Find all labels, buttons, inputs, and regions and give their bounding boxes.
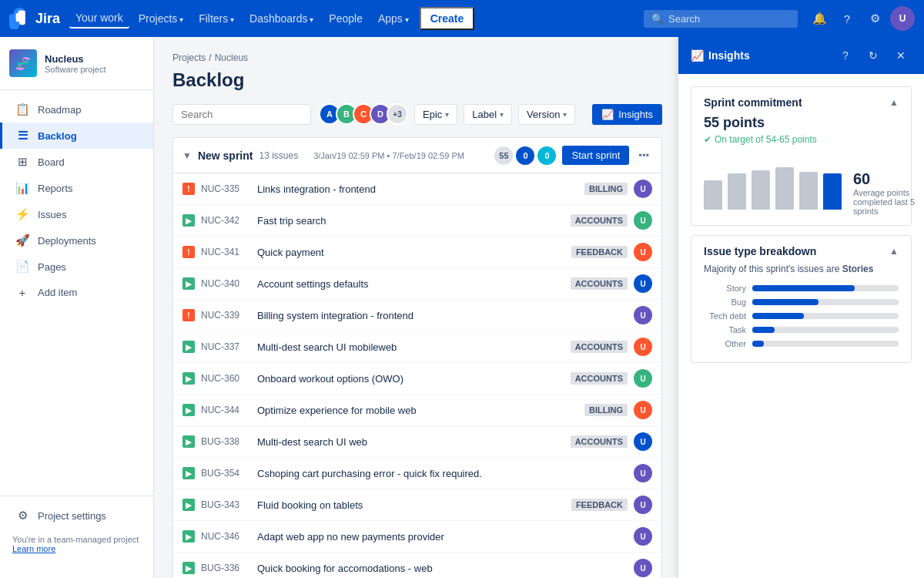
user-avatar[interactable]: U	[890, 6, 915, 31]
breakdown-row: Bug	[704, 297, 899, 307]
search-bar[interactable]: 🔍 Search	[644, 10, 798, 28]
bar-4	[799, 172, 818, 210]
nav-dashboards[interactable]: Dashboards	[243, 9, 320, 28]
settings-button[interactable]: ⚙	[862, 6, 887, 31]
sidebar: 🧬 Nucleus Software project 📋 Roadmap ☰ B…	[0, 37, 154, 578]
issue-row[interactable]: ▶ BUG-354 Cshoping cart purchasing error…	[173, 458, 661, 489]
issue-assignee-avatar: U	[634, 243, 652, 261]
nav-apps[interactable]: Apps	[372, 9, 415, 28]
sidebar-item-backlog[interactable]: ☰ Backlog	[0, 123, 153, 149]
reports-icon: 📊	[15, 181, 30, 195]
sidebar-item-label: Reports	[38, 183, 73, 194]
backlog-search-input[interactable]	[172, 104, 311, 125]
issue-row[interactable]: ▶ BUG-336 Quick booking for accomodation…	[173, 553, 661, 578]
issue-row[interactable]: ▶ NUC-337 Multi-dest search UI mobileweb…	[173, 331, 661, 363]
issue-row[interactable]: ▶ BUG-338 Multi-dest search UI web ACCOU…	[173, 426, 661, 458]
story-type-icon: ▶	[182, 435, 195, 448]
epic-filter[interactable]: Epic ▾	[414, 104, 457, 125]
issue-key: BUG-343	[201, 499, 251, 510]
label-chevron-icon: ▾	[500, 110, 504, 119]
on-target-text: On target of 54-65 points	[715, 134, 817, 145]
start-sprint-button[interactable]: Start sprint	[562, 146, 629, 165]
sprint-dates: 3/Jan/19 02:59 PM • 7/Feb/19 02:59 PM	[313, 151, 464, 160]
help-button[interactable]: ?	[835, 6, 859, 31]
insights-button[interactable]: 📈 Insights	[592, 104, 662, 125]
issue-breakdown-section: Issue type breakdown ▲ Majority of this …	[691, 235, 912, 363]
issue-key: NUC-339	[201, 310, 251, 321]
notifications-button[interactable]: 🔔	[807, 6, 832, 31]
label-filter[interactable]: Label ▾	[464, 104, 512, 125]
insights-toolbar: ? ↻ ✕	[835, 45, 912, 66]
sprint-more-button[interactable]: •••	[635, 150, 652, 161]
issue-row[interactable]: ! NUC-341 Quick payment FEEDBACK U	[173, 237, 661, 268]
issue-row[interactable]: ▶ BUG-343 Fluid booking on tablets FEEDB…	[173, 489, 661, 521]
story-type-icon: ▶	[182, 530, 195, 543]
issue-summary: Multi-dest search UI mobileweb	[257, 341, 564, 353]
sidebar-item-roadmap[interactable]: 📋 Roadmap	[0, 96, 153, 123]
insights-refresh-button[interactable]: ↻	[862, 45, 884, 66]
version-filter[interactable]: Version ▾	[518, 104, 575, 125]
issue-row[interactable]: ▶ NUC-344 Optimize experience for mobile…	[173, 395, 661, 426]
issue-row[interactable]: ! NUC-335 Links integration - frontend B…	[173, 173, 661, 205]
sprint-commitment-expand[interactable]: ▲	[889, 97, 899, 108]
sidebar-item-label: Board	[38, 156, 65, 168]
sprint-commitment-section: Sprint commitment ▲ 55 points ✔ On targe…	[691, 86, 912, 226]
breadcrumb-projects[interactable]: Projects	[172, 52, 206, 63]
issue-assignee-avatar: U	[634, 401, 652, 419]
add-icon: +	[15, 286, 30, 299]
issue-breakdown-expand[interactable]: ▲	[889, 246, 899, 257]
sidebar-footer: You're in a team-managed project Learn m…	[0, 529, 153, 560]
create-button[interactable]: Create	[420, 7, 475, 30]
learn-more-link[interactable]: Learn more	[12, 544, 55, 553]
issue-assignee-avatar: U	[634, 211, 652, 230]
nav-filters[interactable]: Filters	[192, 9, 240, 28]
sprint-collapse-icon[interactable]: ▼	[182, 150, 192, 161]
version-chevron-icon: ▾	[563, 110, 567, 119]
avatar-extra-count[interactable]: +3	[387, 103, 408, 125]
nav-projects[interactable]: Projects	[132, 9, 189, 28]
chart-avg-label: Average points	[853, 188, 924, 197]
sidebar-item-issues[interactable]: ⚡ Issues	[0, 201, 153, 227]
sprint-issue-count: 13 issues	[259, 150, 298, 161]
sidebar-item-pages[interactable]: 📄 Pages	[0, 254, 153, 280]
issue-assignee-avatar: U	[634, 369, 652, 388]
issue-row[interactable]: ▶ NUC-360 Onboard workout options (OWO) …	[173, 363, 661, 395]
breakdown-label: Tech debt	[704, 311, 746, 321]
story-type-icon: ▶	[182, 562, 195, 574]
breakdown-bar-bg	[752, 313, 899, 319]
sidebar-item-deployments[interactable]: 🚀 Deployments	[0, 227, 153, 254]
sidebar-item-board[interactable]: ⊞ Board	[0, 149, 153, 175]
insights-help-button[interactable]: ?	[835, 45, 856, 66]
insights-icon: 📈	[691, 49, 704, 62]
issue-row[interactable]: ▶ NUC-340 Account settings defaults ACCO…	[173, 268, 661, 300]
insights-panel-header: 📈 Insights ? ↻ ✕	[678, 37, 924, 74]
issue-row[interactable]: ! NUC-339 Billing system integration - f…	[173, 300, 661, 331]
breadcrumb-nucleus[interactable]: Nucleus	[215, 52, 248, 63]
epic-chevron-icon: ▾	[445, 110, 449, 119]
issue-summary: Cshoping cart purchasing error - quick f…	[257, 468, 628, 479]
project-name: Nucleus	[45, 53, 105, 65]
app-logo[interactable]: Jira	[9, 8, 60, 29]
issue-row[interactable]: ▶ NUC-346 Adapt web app no new payments …	[173, 521, 661, 553]
breakdown-label: Other	[704, 339, 746, 348]
issue-key: BUG-338	[201, 436, 251, 447]
story-type-icon: ▶	[182, 341, 195, 353]
nav-your-work[interactable]: Your work	[69, 8, 129, 29]
nav-people[interactable]: People	[323, 9, 369, 28]
insights-close-button[interactable]: ✕	[890, 45, 912, 66]
sidebar-item-reports[interactable]: 📊 Reports	[0, 175, 153, 201]
issue-row[interactable]: ▶ NUC-342 Fast trip search ACCOUNTS U	[173, 205, 661, 237]
sidebar-item-add-item[interactable]: + Add item	[0, 280, 153, 305]
breakdown-bar-bg	[752, 327, 899, 333]
issue-breakdown-title: Issue type breakdown	[704, 245, 816, 257]
search-label: Search	[668, 13, 700, 25]
issue-key: NUC-344	[201, 405, 251, 415]
issue-breakdown-desc: Majority of this sprint's issues are Sto…	[704, 264, 899, 274]
sprint-header: ▼ New sprint 13 issues 3/Jan/19 02:59 PM…	[173, 138, 661, 173]
avatar-filter[interactable]: A B C D +3	[323, 103, 408, 125]
backlog-icon: ☰	[15, 129, 30, 143]
issue-summary: Billing system integration - frontend	[257, 310, 628, 321]
breakdown-bar	[752, 299, 819, 305]
breakdown-bar-bg	[752, 341, 899, 347]
sidebar-item-project-settings[interactable]: ⚙ Project settings	[0, 502, 153, 529]
